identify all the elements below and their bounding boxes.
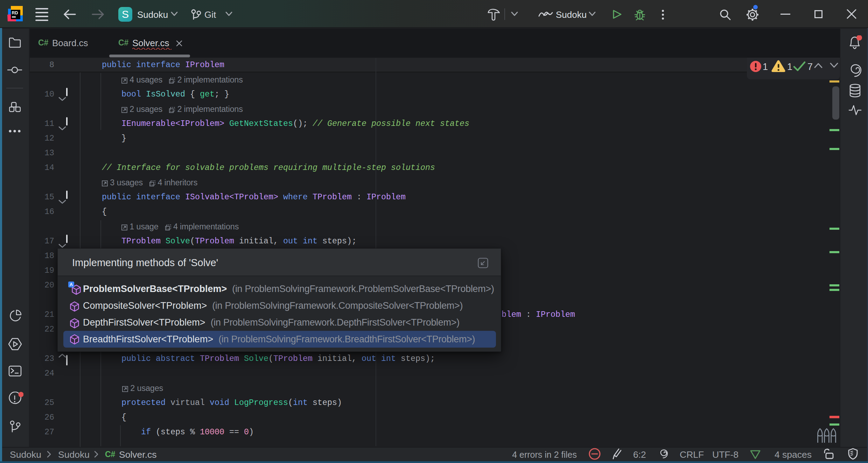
svg-text:7: 7 <box>807 62 813 72</box>
svg-text:RD: RD <box>12 10 18 15</box>
svg-text:1: 1 <box>763 62 768 72</box>
svg-text:1: 1 <box>787 62 792 72</box>
